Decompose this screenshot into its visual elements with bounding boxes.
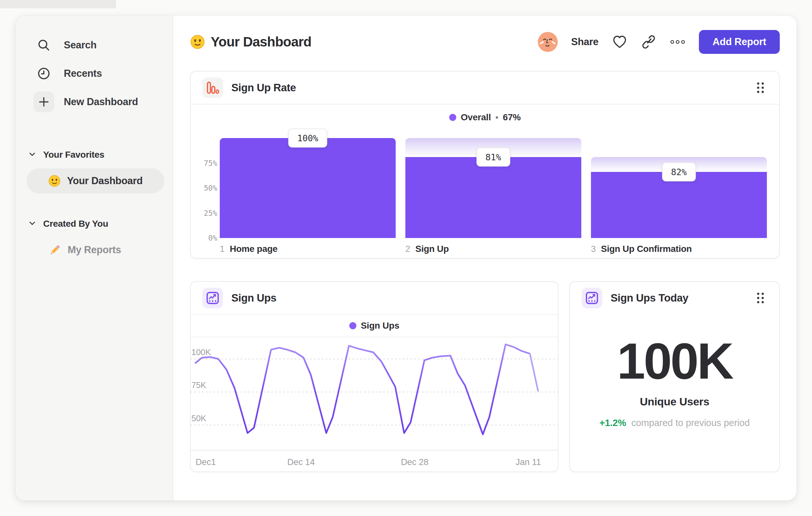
sidebar-section-favorites: Your Favorites Your Dashboard <box>26 146 164 193</box>
sidebar-item-label: New Dashboard <box>64 96 138 108</box>
conversion-badge: 82% <box>662 163 696 182</box>
sidebar-section-created-by-you: Created By You My Reports <box>26 215 164 263</box>
sidebar-item-your-dashboard[interactable]: Your Dashboard <box>26 168 164 193</box>
funnel-chart-icon <box>202 77 223 98</box>
funnel-y-axis: 75%50%25%0% <box>203 138 220 238</box>
stat-delta: +1.2% <box>599 418 626 428</box>
smiley-emoji <box>190 34 205 49</box>
sidebar-item-new-dashboard[interactable]: New Dashboard <box>26 88 164 116</box>
header-actions: Share Add Report <box>538 30 780 54</box>
funnel-y-tick: 75% <box>204 159 217 167</box>
pencil-emoji <box>48 243 61 256</box>
funnel-step-label: 2Sign Up <box>405 244 581 254</box>
sign-up-rate-card: Sign Up Rate Overall • 67% 75%50%25%0% 1… <box>190 71 780 259</box>
legend-dot <box>449 114 456 121</box>
created-by-you-section-header[interactable]: Created By You <box>26 215 164 233</box>
background-window-edge <box>0 0 116 8</box>
line-plot: 100K75K50K <box>191 337 558 455</box>
sidebar-item-search[interactable]: Search <box>26 31 164 59</box>
step-name: Home page <box>230 244 278 254</box>
funnel-bar[interactable] <box>220 138 396 238</box>
card-title: Sign Up Rate <box>231 82 296 94</box>
sidebar-item-label: Your Dashboard <box>67 175 143 187</box>
stat-value: 100K <box>617 335 732 386</box>
sidebar-item-label: My Reports <box>68 244 121 256</box>
line-y-tick: 100K <box>192 347 211 357</box>
funnel-bar[interactable] <box>405 157 581 238</box>
sign-ups-line <box>196 345 530 434</box>
line-chart-icon <box>582 288 602 308</box>
section-title: Created By You <box>43 219 108 229</box>
step-number: 1 <box>220 244 225 254</box>
funnel-y-tick: 25% <box>204 209 217 217</box>
bottom-row: Sign Ups Sign Ups 100K75K50K Dec1Dec 14D… <box>190 281 780 472</box>
sidebar: Search Recents New Dashboard Your Favori… <box>16 16 173 500</box>
legend-series-name: Sign Ups <box>361 321 400 331</box>
line-x-tick: Dec1 <box>196 457 216 467</box>
clock-icon <box>33 63 54 84</box>
funnel-chart: 75%50%25%0% 100%81%82% <box>191 130 779 238</box>
share-button[interactable]: Share <box>571 36 599 48</box>
line-x-axis-labels: Dec1Dec 14Dec 28Jan 11 <box>191 455 558 471</box>
add-report-button[interactable]: Add Report <box>699 30 780 54</box>
line-x-tick: Dec 14 <box>287 457 315 467</box>
stat-unit-label: Unique Users <box>640 396 709 408</box>
line-chart-icon <box>202 288 223 308</box>
step-name: Sign Up Confirmation <box>601 244 692 254</box>
conversion-badge: 81% <box>476 147 511 166</box>
funnel-step-column: 81% <box>405 138 581 238</box>
funnel-step-column: 100% <box>220 138 396 238</box>
sign-ups-today-card: Sign Ups Today 100K Unique Users +1.2% c… <box>569 281 780 472</box>
drag-handle-icon[interactable] <box>753 81 767 95</box>
sign-ups-line-incomplete <box>530 354 538 391</box>
step-number: 3 <box>591 244 596 254</box>
main-content: Your Dashboard Share Add Report <box>173 16 796 500</box>
step-number: 2 <box>405 244 410 254</box>
favorites-section-header[interactable]: Your Favorites <box>26 146 164 164</box>
plus-icon <box>33 91 54 112</box>
legend-overall-value: 67% <box>503 112 521 123</box>
sidebar-item-label: Recents <box>64 68 102 79</box>
conversion-badge: 100% <box>288 129 327 148</box>
funnel-y-tick: 50% <box>204 184 217 192</box>
sidebar-item-my-reports[interactable]: My Reports <box>26 237 164 263</box>
funnel-step-labels: 1Home page2Sign Up3Sign Up Confirmation <box>191 238 779 254</box>
copy-link-icon[interactable] <box>641 34 656 50</box>
page-title: Your Dashboard <box>211 34 311 50</box>
funnel-y-tick: 0% <box>208 234 217 242</box>
legend-dot <box>349 322 356 329</box>
page-header: Your Dashboard Share Add Report <box>190 30 780 54</box>
legend-separator: • <box>496 113 498 123</box>
funnel-step-column: 82% <box>591 138 767 238</box>
line-y-tick: 75K <box>192 380 207 390</box>
line-x-tick: Dec 28 <box>401 457 429 467</box>
funnel-step-label: 3Sign Up Confirmation <box>591 244 767 254</box>
sidebar-item-recents[interactable]: Recents <box>26 59 164 88</box>
funnel-legend[interactable]: Overall • 67% <box>191 105 779 130</box>
search-icon <box>33 35 54 55</box>
card-title: Sign Ups <box>231 292 277 304</box>
sign-ups-card: Sign Ups Sign Ups 100K75K50K Dec1Dec 14D… <box>190 281 558 472</box>
avatar[interactable] <box>538 32 558 52</box>
sidebar-item-label: Search <box>64 39 97 51</box>
section-title: Your Favorites <box>43 150 105 160</box>
line-legend[interactable]: Sign Ups <box>191 314 558 337</box>
chevron-down-icon <box>28 219 36 228</box>
more-options-icon[interactable] <box>670 34 685 50</box>
favorite-heart-icon[interactable] <box>612 34 627 50</box>
funnel-step-label: 1Home page <box>220 244 396 254</box>
legend-series-name: Overall <box>461 112 491 123</box>
funnel-bars: 100%81%82% <box>220 138 767 238</box>
stat-body: 100K Unique Users +1.2% compared to prev… <box>570 314 779 428</box>
app-window: Search Recents New Dashboard Your Favori… <box>16 16 796 500</box>
funnel-bar[interactable] <box>591 172 767 238</box>
smiley-emoji <box>48 175 61 187</box>
line-y-tick: 50K <box>192 413 207 423</box>
line-x-tick: Jan 11 <box>516 457 541 467</box>
line-chart-svg: 100K75K50K <box>191 337 558 451</box>
chevron-down-icon <box>28 150 36 159</box>
drag-handle-icon[interactable] <box>753 291 767 305</box>
card-title: Sign Ups Today <box>611 292 688 304</box>
stat-delta-note: compared to previous period <box>631 418 750 428</box>
step-name: Sign Up <box>415 244 449 254</box>
